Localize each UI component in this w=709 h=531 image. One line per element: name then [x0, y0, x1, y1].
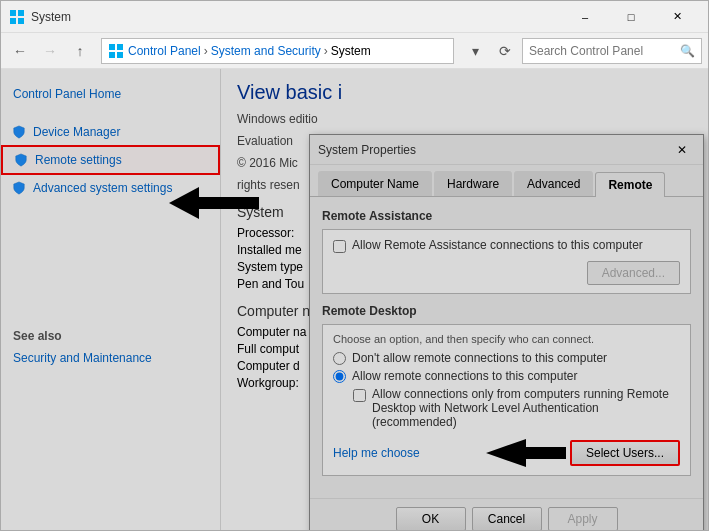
close-button[interactable]: ✕	[654, 2, 700, 32]
search-box: 🔍	[522, 38, 702, 64]
address-bar: ← → ↑ Control Panel › System and Securit…	[1, 33, 708, 69]
back-button[interactable]: ←	[7, 38, 33, 64]
breadcrumb: Control Panel › System and Security › Sy…	[101, 38, 454, 64]
svg-rect-7	[117, 52, 123, 58]
breadcrumb-sep-2: ›	[324, 44, 328, 58]
window-icon	[9, 9, 25, 25]
svg-rect-3	[18, 18, 24, 24]
main-area: Control Panel Home Device Manager Remote…	[1, 69, 708, 530]
forward-button[interactable]: →	[37, 38, 63, 64]
breadcrumb-icon	[108, 43, 128, 59]
up-button[interactable]: ↑	[67, 38, 93, 64]
search-icon: 🔍	[680, 44, 695, 58]
dropdown-button[interactable]: ▾	[462, 38, 488, 64]
svg-rect-2	[10, 18, 16, 24]
refresh-button[interactable]: ⟳	[492, 38, 518, 64]
svg-rect-0	[10, 10, 16, 16]
dialog-overlay	[1, 69, 708, 530]
svg-rect-4	[109, 44, 115, 50]
maximize-button[interactable]: □	[608, 2, 654, 32]
title-bar: System – □ ✕	[1, 1, 708, 33]
window-controls: – □ ✕	[562, 2, 700, 32]
window: System – □ ✕ ← → ↑ Control Panel › Syste…	[0, 0, 709, 531]
minimize-button[interactable]: –	[562, 2, 608, 32]
search-input[interactable]	[529, 44, 680, 58]
svg-rect-5	[117, 44, 123, 50]
breadcrumb-control-panel[interactable]: Control Panel	[128, 44, 201, 58]
svg-rect-1	[18, 10, 24, 16]
breadcrumb-system-security[interactable]: System and Security	[211, 44, 321, 58]
svg-rect-6	[109, 52, 115, 58]
breadcrumb-system: System	[331, 44, 371, 58]
window-title: System	[31, 10, 562, 24]
breadcrumb-sep-1: ›	[204, 44, 208, 58]
